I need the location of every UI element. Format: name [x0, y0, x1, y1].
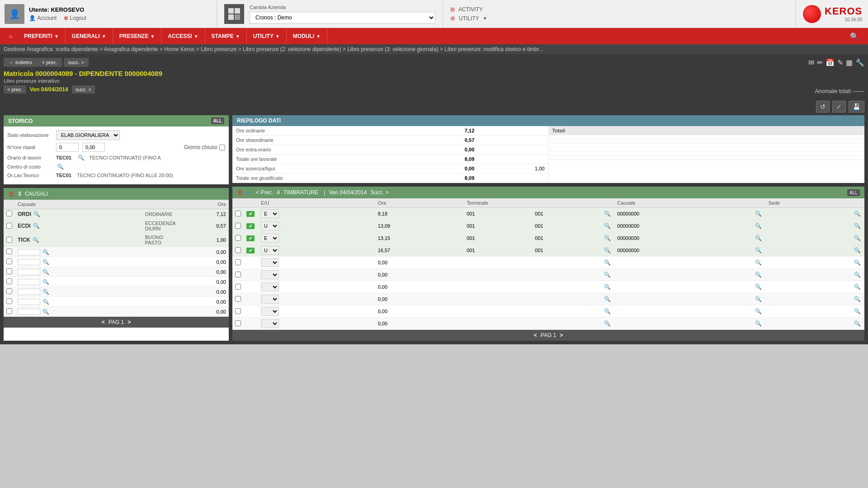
causali-search-button[interactable]: 🔍: [42, 299, 50, 305]
timbratura-search-button[interactable]: 🔍: [603, 284, 612, 290]
nav-moduli[interactable]: MODULI ▼: [287, 28, 327, 44]
causali-checkbox[interactable]: [6, 298, 12, 304]
activity-link[interactable]: ⊞ ACTIVITY: [450, 6, 788, 13]
causali-code-input[interactable]: [18, 289, 40, 295]
date-prec-button[interactable]: < prec.: [4, 85, 26, 94]
causali-code-input[interactable]: [18, 299, 40, 305]
timbratura-search-button[interactable]: 🔍: [603, 308, 612, 314]
timbratura-search-button[interactable]: 🔍: [603, 259, 612, 266]
causali-search-button[interactable]: 🔍: [32, 237, 40, 243]
causali-checkbox[interactable]: [6, 249, 12, 254]
timbratura-search-button[interactable]: 🔍: [603, 211, 612, 217]
causali-checkbox[interactable]: [6, 268, 12, 274]
timbratura-checkbox[interactable]: [235, 272, 241, 277]
storico-all-badge[interactable]: ALL: [211, 117, 224, 124]
timbratura-sede-search[interactable]: 🔍: [853, 272, 862, 278]
timbratura-causale-search[interactable]: 🔍: [754, 223, 763, 229]
eu-select[interactable]: [261, 307, 279, 316]
back-button[interactable]: ← Indietro: [4, 58, 38, 67]
timbratura-sede-search[interactable]: 🔍: [853, 235, 862, 241]
timbratura-checkbox[interactable]: [235, 223, 241, 229]
timbrature-page-succ[interactable]: >: [560, 332, 563, 338]
eu-select[interactable]: [261, 295, 279, 304]
timbratura-sede-search[interactable]: 🔍: [853, 223, 862, 229]
timbratura-search-button[interactable]: 🔍: [603, 247, 612, 253]
home-nav[interactable]: ⌂: [4, 33, 18, 39]
causali-search-button[interactable]: 🔍: [42, 259, 50, 265]
timbratura-causale-search[interactable]: 🔍: [754, 247, 763, 253]
causali-checkbox[interactable]: [6, 223, 12, 229]
timbratura-sede-search[interactable]: 🔍: [853, 284, 862, 290]
date-succ-button[interactable]: succ. >: [72, 85, 95, 94]
timbratura-checkbox[interactable]: [235, 211, 241, 216]
causali-search-button[interactable]: 🔍: [42, 269, 50, 275]
timbratura-checkbox[interactable]: [235, 247, 241, 253]
timbratura-causale-search[interactable]: 🔍: [754, 296, 763, 302]
eu-select[interactable]: [261, 282, 279, 291]
causali-checkbox[interactable]: [6, 258, 12, 264]
search-nav[interactable]: 🔍: [844, 32, 864, 41]
confirm-icon[interactable]: ✓: [832, 101, 846, 113]
tools-icon[interactable]: 🔧: [855, 58, 864, 67]
timbratura-causale-search[interactable]: 🔍: [754, 272, 763, 278]
nav-presenze[interactable]: PRESENZE ▼: [113, 28, 162, 44]
timbratura-checkbox[interactable]: [235, 308, 241, 314]
timbrature-all-badge[interactable]: ALL: [847, 189, 860, 196]
causali-code-input[interactable]: [18, 259, 40, 265]
causali-code-input[interactable]: [18, 249, 40, 255]
timbrature-undo-button[interactable]: ↩: [247, 189, 252, 196]
timbratura-sede-search[interactable]: 🔍: [853, 211, 862, 217]
eu-select[interactable]: UE: [261, 221, 279, 230]
causali-page-succ[interactable]: >: [127, 319, 131, 325]
undo-save-icon[interactable]: ↺: [816, 101, 830, 113]
timbratura-search-button[interactable]: 🔍: [603, 272, 612, 278]
causali-search-button[interactable]: 🔍: [42, 279, 50, 285]
timbratura-checkbox[interactable]: [235, 320, 241, 326]
edit-icon[interactable]: ✏: [817, 58, 823, 67]
timbratura-sede-search[interactable]: 🔍: [853, 259, 862, 266]
timbratura-sede-search[interactable]: 🔍: [853, 247, 862, 253]
eu-select[interactable]: EU: [261, 209, 279, 218]
timbratura-causale-search[interactable]: 🔍: [754, 211, 763, 217]
prec-button[interactable]: < prec.: [38, 58, 62, 67]
timbratura-causale-search[interactable]: 🔍: [754, 235, 763, 241]
causali-search-button[interactable]: 🔍: [42, 249, 50, 255]
causali-checkbox[interactable]: [6, 308, 12, 314]
eu-select[interactable]: EU: [261, 234, 279, 243]
orario-search-button[interactable]: 🔍: [77, 155, 85, 161]
company-select[interactable]: Cronos : Demo: [250, 12, 435, 23]
causali-search-button[interactable]: 🔍: [42, 309, 50, 315]
nav-preferiti[interactable]: PREFERITI ▼: [18, 28, 66, 44]
logout-link[interactable]: ⊗ Logout: [64, 15, 86, 21]
centro-search-button[interactable]: 🔍: [56, 164, 65, 170]
eu-select[interactable]: [261, 258, 279, 267]
causali-search-button[interactable]: 🔍: [32, 223, 41, 229]
calendar-icon[interactable]: 📅: [826, 58, 835, 67]
timbrature-delete-button[interactable]: 🗑: [237, 189, 243, 196]
causali-checkbox[interactable]: [6, 237, 12, 243]
eu-select[interactable]: [261, 270, 279, 279]
table-icon[interactable]: ▦: [846, 58, 853, 67]
account-link[interactable]: 👤 Account: [29, 15, 57, 21]
timbratura-search-button[interactable]: 🔍: [603, 235, 612, 241]
eu-select[interactable]: UE: [261, 246, 279, 255]
utility-link[interactable]: ⚙ UTILITY ▼: [450, 15, 788, 22]
stato-select[interactable]: ELAB.GIORNALIERA: [56, 130, 120, 140]
timbrature-prec[interactable]: < Prec.: [256, 189, 273, 196]
save-disk-icon[interactable]: 💾: [849, 101, 864, 113]
timbratura-search-button[interactable]: 🔍: [603, 296, 612, 302]
giorno-chiuso-checkbox[interactable]: [219, 145, 225, 150]
timbratura-causale-search[interactable]: 🔍: [754, 259, 763, 266]
edit2-icon[interactable]: ✎: [837, 58, 843, 67]
timbratura-checkbox[interactable]: [235, 296, 241, 302]
causali-code-input[interactable]: [18, 269, 40, 275]
causali-checkbox[interactable]: [6, 288, 12, 294]
timbratura-checkbox[interactable]: [235, 284, 241, 290]
causali-search-button[interactable]: 🔍: [33, 211, 41, 217]
timbrature-page-prec[interactable]: <: [534, 332, 537, 338]
timbrature-succ[interactable]: Succ. >: [370, 189, 388, 196]
timbratura-sede-search[interactable]: 🔍: [853, 308, 862, 314]
ritardi-ore-input[interactable]: [82, 143, 105, 152]
causali-delete-button[interactable]: 🗑: [8, 190, 14, 197]
causali-search-button[interactable]: 🔍: [42, 289, 50, 295]
